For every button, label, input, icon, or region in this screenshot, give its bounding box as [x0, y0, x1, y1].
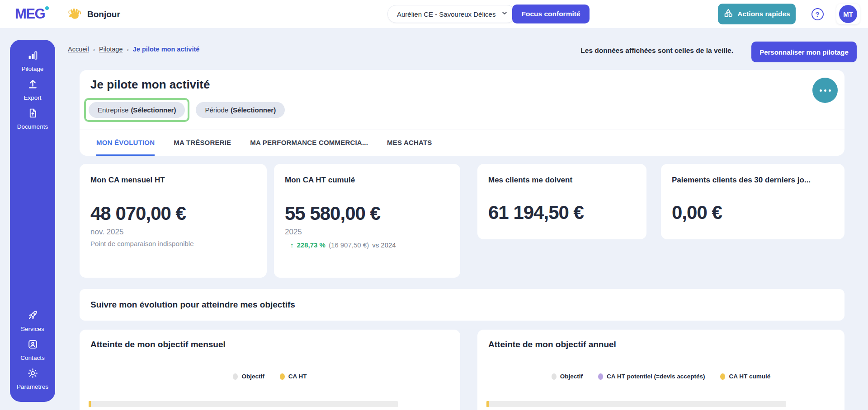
page-title: Je pilote mon activité [90, 78, 210, 92]
sidebar-label: Contacts [20, 354, 44, 361]
legend-dot-icon [598, 373, 603, 380]
chip-label: Entreprise [98, 106, 128, 114]
waving-hand-icon [68, 7, 81, 22]
help-button[interactable]: ? [807, 5, 827, 23]
company-selector[interactable]: Aurélien CE - Savoureux Délices [387, 5, 516, 23]
metric-card-ca-cumule: Mon CA HT cumulé 55 580,00 € 2025 ↑ 228,… [274, 164, 460, 278]
breadcrumb-pilotage[interactable]: Pilotage [99, 46, 123, 53]
personalize-button[interactable]: Personnaliser mon pilotage [751, 42, 857, 62]
sidebar-item-pilotage[interactable]: Pilotage [10, 50, 55, 72]
chip-action: (Sélectionner) [231, 106, 276, 114]
chart-legend: Objectif CA HT [80, 373, 460, 380]
chart-title: Atteinte de mon objectif mensuel [90, 340, 226, 349]
legend-item-ca-ht-potentiel[interactable]: CA HT potentiel (=devis acceptés) [598, 373, 705, 380]
metric-value: 48 070,00 € [90, 203, 256, 224]
annual-objective-card: Atteinte de mon objectif annuel Objectif… [477, 330, 844, 410]
filter-chip-periode[interactable]: Période (Sélectionner) [196, 102, 285, 118]
shapes-icon [723, 8, 733, 20]
annual-progress-fill [486, 401, 489, 407]
sidebar: Pilotage Export Documents [10, 40, 55, 402]
legend-item-ca-ht[interactable]: CA HT [280, 373, 307, 380]
metric-title: Mon CA mensuel HT [90, 176, 256, 185]
activity-panel: Je pilote mon activité Entreprise (Sélec… [80, 70, 844, 156]
legend-item-objectif[interactable]: Objectif [233, 373, 264, 380]
user-menu-button[interactable]: MT [836, 4, 860, 24]
more-options-button[interactable] [812, 78, 838, 103]
meg-logo[interactable]: MEG [15, 6, 45, 22]
focus-conformite-label: Focus conformité [521, 10, 580, 18]
bar-chart-icon [27, 50, 38, 63]
document-icon [27, 107, 38, 121]
sidebar-label: Documents [17, 123, 48, 130]
metric-value: 0,00 € [672, 202, 834, 224]
metric-title: Mes clients me doivent [488, 176, 636, 185]
breadcrumb-accueil[interactable]: Accueil [68, 46, 89, 53]
tab-ma-tresorerie[interactable]: MA TRÉSORERIE [174, 130, 231, 156]
sidebar-label: Pilotage [22, 65, 44, 72]
top-header: MEG Bonjour Aurélien CE - Savoureux Déli… [0, 0, 868, 28]
sidebar-item-parametres[interactable]: Paramètres [10, 368, 55, 390]
meg-logo-text: MEG [15, 6, 45, 22]
metric-value: 55 580,00 € [285, 203, 449, 224]
delta-versus: vs 2024 [372, 241, 396, 249]
chart-title: Atteinte de mon objectif annuel [488, 340, 616, 349]
contact-card-icon [27, 339, 38, 352]
chip-label: Période [205, 106, 228, 114]
legend-dot-icon [552, 373, 557, 380]
quick-actions-label: Actions rapides [737, 10, 790, 18]
quick-actions-button[interactable]: Actions rapides [718, 4, 796, 24]
greeting-text: Bonjour [87, 9, 120, 19]
tab-mes-achats[interactable]: MES ACHATS [387, 130, 432, 156]
metric-card-clients-doivent: Mes clients me doivent 61 194,50 € [477, 164, 646, 239]
chevron-down-icon [501, 9, 508, 19]
legend-label: Objectif [241, 373, 264, 380]
help-icon: ? [811, 8, 824, 20]
metric-title: Paiements clients des 30 derniers jo... [672, 176, 834, 185]
ellipsis-icon [820, 89, 822, 92]
sidebar-label: Export [24, 94, 41, 101]
section-title: Suivre mon évolution pour atteindre mes … [90, 300, 295, 310]
chevron-right-icon: › [93, 46, 95, 53]
tab-ma-performance-commerciale[interactable]: MA PERFORMANCE COMMERCIA... [250, 130, 368, 156]
chart-legend: Objectif CA HT potentiel (=devis accepté… [477, 373, 844, 380]
metric-period: nov. 2025 [90, 228, 256, 237]
data-freshness-notice: Les données affichées sont celles de la … [580, 47, 733, 55]
chip-action: (Sélectionner) [131, 106, 176, 114]
delta-amount: (16 907,50 €) [329, 241, 369, 249]
legend-item-ca-ht-cumule[interactable]: CA HT cumulé [720, 373, 770, 380]
metric-value: 61 194,50 € [488, 202, 636, 224]
metric-note: Point de comparaison indisponible [90, 240, 256, 247]
entreprise-chip-highlight: Entreprise (Sélectionner) [84, 98, 189, 122]
legend-dot-icon [233, 373, 238, 380]
legend-item-objectif[interactable]: Objectif [552, 373, 583, 380]
focus-conformite-button[interactable]: Focus conformité [512, 5, 590, 23]
legend-label: CA HT potentiel (=devis acceptés) [607, 373, 705, 380]
filter-chip-entreprise[interactable]: Entreprise (Sélectionner) [89, 102, 185, 118]
sidebar-top-group: Pilotage Export Documents [10, 50, 55, 130]
monthly-objective-card: Atteinte de mon objectif mensuel Objecti… [80, 330, 460, 410]
breadcrumb-current: Je pilote mon activité [133, 46, 199, 53]
legend-dot-icon [280, 373, 285, 380]
legend-label: CA HT [288, 373, 307, 380]
sidebar-item-services[interactable]: Services [10, 310, 55, 332]
delta-percent: 228,73 % [297, 241, 326, 249]
sidebar-item-export[interactable]: Export [10, 79, 55, 101]
gear-icon [27, 368, 38, 381]
metric-period: 2025 [285, 228, 449, 237]
greeting: Bonjour [68, 7, 120, 22]
breadcrumb: Accueil › Pilotage › Je pilote mon activ… [68, 46, 199, 53]
legend-label: Objectif [560, 373, 583, 380]
metric-delta: ↑ 228,73 % (16 907,50 €) vs 2024 [285, 241, 449, 249]
sidebar-label: Paramètres [17, 383, 48, 390]
personalize-button-label: Personnaliser mon pilotage [760, 48, 849, 56]
tab-mon-evolution[interactable]: MON ÉVOLUTION [96, 130, 155, 156]
sidebar-item-documents[interactable]: Documents [10, 107, 55, 130]
sidebar-bottom-group: Services Contacts Paramètres [10, 310, 55, 390]
avatar: MT [839, 5, 857, 23]
company-selector-value: Aurélien CE - Savoureux Délices [397, 10, 495, 18]
tabs: MON ÉVOLUTION MA TRÉSORERIE MA PERFORMAN… [80, 130, 844, 156]
rocket-icon [27, 310, 38, 323]
legend-label: CA HT cumulé [729, 373, 770, 380]
sidebar-label: Services [21, 326, 44, 332]
sidebar-item-contacts[interactable]: Contacts [10, 339, 55, 361]
